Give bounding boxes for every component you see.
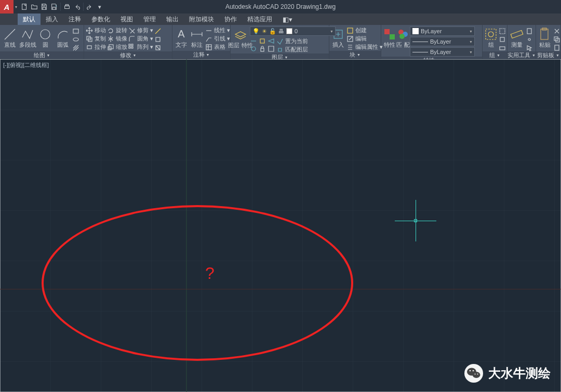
- plot-icon: 🖶: [278, 28, 284, 34]
- tab-default[interactable]: 默认: [18, 13, 41, 25]
- point-icon[interactable]: [526, 36, 533, 43]
- panel-blocks-title[interactable]: 块▼: [329, 51, 381, 59]
- circle-button[interactable]: 圆: [37, 26, 54, 48]
- ribbon-extra-icon[interactable]: ◧▾: [283, 16, 292, 23]
- drawing-canvas[interactable]: [0, 59, 561, 392]
- edit-attr-button[interactable]: 编辑属性▾: [346, 43, 383, 51]
- layer-prev-icon[interactable]: [268, 37, 275, 45]
- app-logo-icon[interactable]: A: [0, 0, 14, 13]
- edit-block-button[interactable]: 编辑: [346, 35, 383, 43]
- panel-utilities-title[interactable]: 实用工具▼: [507, 51, 536, 59]
- layer-state-icon[interactable]: [268, 45, 275, 52]
- linetype-selector[interactable]: ByLayer▼: [410, 47, 475, 57]
- match-properties-button[interactable]: 特性: [383, 26, 396, 48]
- array-button[interactable]: 阵列▾: [128, 43, 153, 51]
- panel-groups-title[interactable]: 组▼: [483, 51, 507, 59]
- app-menu-dropdown[interactable]: ▾: [14, 0, 19, 13]
- dimension-button[interactable]: 标注: [190, 26, 204, 48]
- text-button[interactable]: A 文字: [174, 26, 189, 48]
- tab-manage[interactable]: 管理: [138, 13, 161, 25]
- chevron-down-icon: ▼: [556, 53, 559, 57]
- make-current-button[interactable]: 置为当前: [276, 37, 308, 45]
- paste-special-icon[interactable]: [553, 44, 560, 51]
- erase-icon[interactable]: [154, 44, 162, 51]
- panel-clipboard: 粘贴 剪贴板▼: [536, 25, 561, 59]
- group-bb-icon[interactable]: [499, 44, 506, 51]
- tab-output[interactable]: 输出: [161, 13, 184, 25]
- edit-polyline-icon[interactable]: [154, 28, 162, 35]
- layer-properties-button[interactable]: 图层 特性: [232, 26, 249, 48]
- group-edit-icon[interactable]: [499, 36, 506, 43]
- layer-selector[interactable]: 💡 ☀ 🔓 🖶 0 ▼: [250, 26, 336, 36]
- tab-parametric[interactable]: 参数化: [86, 13, 115, 25]
- qat-dropdown-icon[interactable]: ▾: [95, 2, 104, 11]
- mirror-button[interactable]: 镜像: [107, 35, 127, 43]
- window-title: Autodesk AutoCAD 2020 Drawing1.dwg: [225, 3, 336, 10]
- tab-addins[interactable]: 附加模块: [184, 13, 219, 25]
- tab-collaborate[interactable]: 协作: [219, 13, 242, 25]
- fillet-button[interactable]: 圆角▾: [128, 35, 153, 43]
- qat-save-icon[interactable]: [39, 2, 49, 11]
- tab-view[interactable]: 视图: [115, 13, 138, 25]
- explode-icon[interactable]: [154, 36, 162, 43]
- layer-off-icon[interactable]: [250, 37, 257, 45]
- qat-saveas-icon[interactable]: [49, 2, 59, 11]
- move-icon: [86, 27, 93, 34]
- arc-button[interactable]: 圆弧: [55, 26, 71, 48]
- layer-lock-icon[interactable]: [259, 45, 266, 52]
- qat-new-icon[interactable]: [20, 2, 29, 11]
- select-icon[interactable]: [526, 44, 533, 51]
- polyline-button[interactable]: 多段线: [19, 26, 36, 48]
- scale-button[interactable]: 缩放: [107, 43, 127, 51]
- tab-featured[interactable]: 精选应用: [242, 13, 277, 25]
- copy-button[interactable]: 复制: [86, 35, 106, 43]
- panel-annotation-title[interactable]: 注释▼: [172, 51, 230, 59]
- copy-clip-icon[interactable]: [553, 36, 560, 43]
- viewport-controls[interactable]: [-][俯视][二维线框]: [3, 61, 49, 69]
- qat-redo-icon[interactable]: [85, 2, 95, 11]
- properties-palette-button[interactable]: 匹 配: [397, 26, 409, 48]
- panel-draw-title[interactable]: 绘图▼: [0, 51, 84, 59]
- leader-button[interactable]: 引线▾: [205, 35, 230, 43]
- svg-rect-18: [206, 45, 211, 50]
- rectangle-icon[interactable]: [72, 28, 79, 35]
- dimension-icon: [190, 27, 204, 42]
- group-button[interactable]: 组: [484, 26, 498, 48]
- tab-extra-icons: ◧▾: [283, 13, 292, 25]
- chevron-down-icon: ▼: [357, 53, 360, 57]
- lineweight-selector[interactable]: ByLayer▼: [410, 37, 475, 46]
- ellipse-icon[interactable]: [72, 36, 79, 43]
- svg-rect-30: [486, 29, 496, 39]
- qat-plot-icon[interactable]: [62, 2, 72, 11]
- measure-button[interactable]: 测量: [509, 26, 525, 48]
- linear-button[interactable]: 线性▾: [205, 26, 230, 34]
- calc-icon[interactable]: [526, 28, 533, 35]
- layer-iso-icon[interactable]: [259, 37, 266, 45]
- cut-icon[interactable]: [553, 28, 560, 35]
- rotate-button[interactable]: 旋转: [107, 26, 127, 34]
- tab-annotate[interactable]: 注释: [63, 13, 86, 25]
- qat-undo-icon[interactable]: [72, 2, 82, 11]
- hatch-icon[interactable]: [72, 44, 79, 51]
- match-layer-button[interactable]: 匹配图层: [276, 46, 308, 53]
- panel-clipboard-title[interactable]: 剪贴板▼: [536, 51, 560, 59]
- line-button[interactable]: 直线: [2, 26, 18, 48]
- svg-rect-11: [129, 44, 130, 46]
- qat-open-icon[interactable]: [30, 2, 39, 11]
- move-button[interactable]: 移动: [86, 26, 106, 34]
- svg-rect-2: [65, 5, 68, 6]
- svg-rect-9: [108, 47, 111, 50]
- table-button[interactable]: 表格: [205, 43, 230, 51]
- stretch-button[interactable]: 拉伸: [86, 43, 106, 51]
- tab-insert[interactable]: 插入: [41, 13, 63, 25]
- panel-modify-title[interactable]: 修改▼: [84, 51, 172, 59]
- linetype-preview-icon: [412, 52, 428, 52]
- svg-rect-32: [500, 29, 505, 34]
- color-selector[interactable]: ByLayer▼: [410, 26, 475, 36]
- paste-button[interactable]: 粘贴: [538, 26, 552, 48]
- create-block-button[interactable]: 创建: [346, 26, 383, 34]
- trim-button[interactable]: 修剪▾: [128, 26, 153, 34]
- panel-properties: 特性 匹 配 ByLayer▼ ByLayer▼ ByLayer▼: [381, 25, 483, 59]
- ungroup-icon[interactable]: [499, 28, 506, 35]
- layer-freeze-icon[interactable]: [250, 45, 257, 52]
